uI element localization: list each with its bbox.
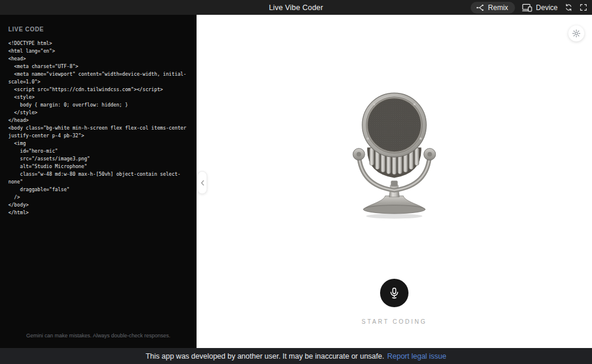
- gemini-disclaimer: Gemini can make mistakes. Always double-…: [0, 333, 197, 339]
- fullscreen-button[interactable]: [580, 4, 587, 11]
- devices-icon: [522, 4, 532, 12]
- code-editor[interactable]: <!DOCTYPE html> <html lang="en"> <head> …: [8, 40, 188, 217]
- remix-fork-icon: [476, 4, 484, 12]
- live-code-panel: LIVE CODE <!DOCTYPE html> <html lang="en…: [0, 15, 197, 348]
- microphone-image: [349, 91, 439, 221]
- refresh-icon: [565, 4, 572, 11]
- start-coding-label: START CODING: [197, 318, 592, 325]
- device-label: Device: [536, 4, 558, 12]
- report-legal-issue-link[interactable]: Report legal issue: [387, 352, 446, 360]
- gear-icon: [572, 29, 581, 38]
- remix-button[interactable]: Remix: [471, 2, 515, 14]
- live-vibe-coder-app: Live Vibe Coder Remix: [0, 0, 592, 364]
- device-button[interactable]: Device: [522, 4, 558, 12]
- collapse-panel-button[interactable]: [197, 171, 207, 194]
- top-bar: Live Vibe Coder Remix: [0, 0, 592, 15]
- chevron-left-icon: [200, 179, 205, 186]
- start-coding-mic-button[interactable]: [380, 279, 408, 307]
- microphone-icon: [388, 286, 401, 299]
- footer-notice: This app was developed by another user. …: [146, 352, 384, 360]
- remix-label: Remix: [488, 4, 508, 12]
- refresh-button[interactable]: [565, 4, 572, 11]
- preview-pane: START CODING: [197, 15, 592, 348]
- footer-bar: This app was developed by another user. …: [0, 348, 592, 364]
- settings-button[interactable]: [568, 25, 584, 41]
- topbar-actions: Remix Device: [471, 0, 587, 15]
- live-code-heading: LIVE CODE: [8, 26, 188, 33]
- fullscreen-corners-icon: [580, 4, 587, 11]
